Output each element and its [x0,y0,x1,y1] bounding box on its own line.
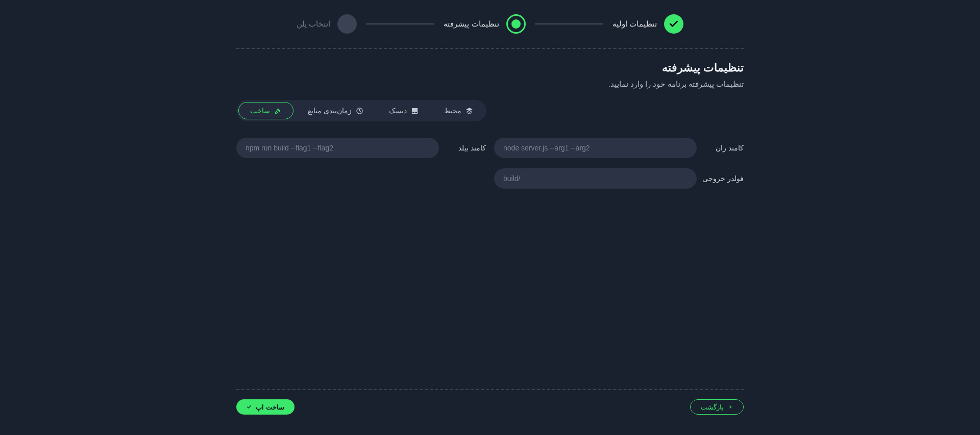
output-folder-input[interactable] [494,168,697,189]
run-command-input[interactable] [494,138,697,158]
tab-environment[interactable]: محیط [433,103,484,119]
tab-scheduling[interactable]: زمان‌بندی منابع [297,103,375,119]
step-select-plan: انتخاب پلن [297,14,357,34]
create-app-button-label: ساخت اپ [256,403,284,411]
check-icon [247,404,252,410]
form-footer: بازگشت ساخت اپ [236,399,744,415]
section-header: تنظیمات پیشرفته تنظیمات پیشرفته برنامه خ… [236,61,744,89]
check-icon [664,14,683,34]
pending-step-icon [337,14,357,34]
tab-label: دیسک [389,107,407,115]
build-command-label: کامند بیلد [446,144,486,152]
tab-build[interactable]: ساخت [238,102,293,119]
build-command-input[interactable] [236,138,439,158]
clock-icon [356,107,363,115]
create-app-button[interactable]: ساخت اپ [236,399,295,415]
active-step-icon [506,14,526,34]
step-label: تنظیمات پیشرفته [444,19,499,29]
back-button-label: بازگشت [701,403,724,411]
step-connector [366,23,434,24]
inbox-icon [411,107,419,115]
settings-tabs: محیط دیسک زمان‌بندی منابع ساخت [236,100,486,121]
run-command-label: کامند ران [704,144,744,152]
tab-label: زمان‌بندی منابع [308,107,352,115]
divider [236,48,744,49]
wrench-icon [274,107,282,115]
chevron-right-icon [728,404,733,410]
tab-disk[interactable]: دیسک [378,103,430,119]
build-command-group: کامند بیلد [236,138,486,158]
stack-icon [465,107,473,115]
progress-stepper: تنظیمات اولیه تنظیمات پیشرفته انتخاب پلن [236,14,744,34]
run-command-group: کامند ران [494,138,744,158]
section-subtitle: تنظیمات پیشرفته برنامه خود را وارد نمایی… [236,80,744,89]
tab-label: ساخت [250,107,270,115]
step-label: انتخاب پلن [297,19,330,29]
output-folder-group: فولدر خروجی [494,168,744,189]
divider [236,389,744,390]
step-label: تنظیمات اولیه [612,19,657,29]
output-folder-label: فولدر خروجی [704,174,744,183]
build-form: کامند ران کامند بیلد فولدر خروجی [236,138,744,189]
section-title: تنظیمات پیشرفته [236,61,744,74]
back-button[interactable]: بازگشت [690,399,744,415]
step-advanced-settings: تنظیمات پیشرفته [444,14,525,34]
step-initial-settings: تنظیمات اولیه [612,14,683,34]
step-connector [535,23,603,24]
tab-label: محیط [444,107,461,115]
